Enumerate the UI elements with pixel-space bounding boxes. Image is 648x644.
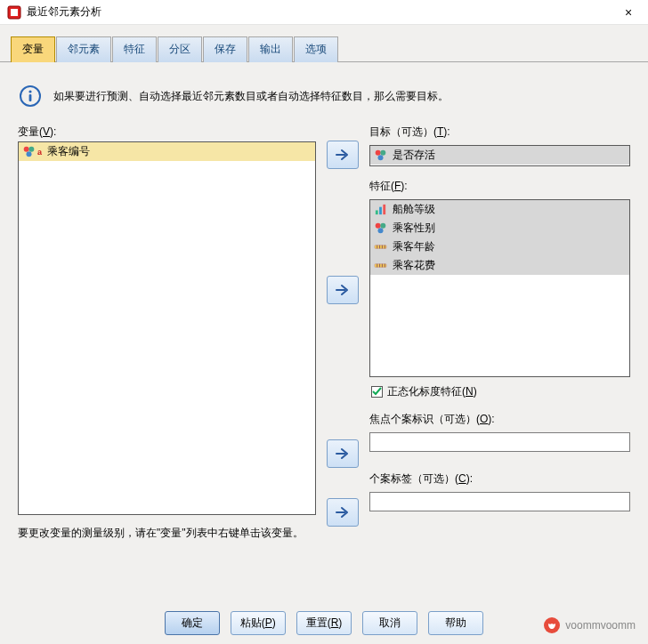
caselabel-label-post: ): — [466, 472, 473, 485]
variables-label: 变量(V): — [18, 125, 316, 140]
features-label: 特征(F): — [369, 179, 630, 194]
svg-point-16 — [378, 228, 384, 233]
normalize-label-pre: 正态化标度特征( — [387, 385, 466, 398]
list-item[interactable]: a 乘客编号 — [19, 142, 315, 161]
svg-point-9 — [380, 150, 385, 156]
move-to-features-button[interactable] — [327, 276, 359, 304]
paste-button-post: ) — [272, 616, 276, 629]
svg-point-15 — [380, 223, 385, 229]
watermark-icon — [544, 617, 560, 633]
variables-section: 变量(V): a 乘客编号 — [18, 125, 316, 515]
close-button[interactable]: × — [616, 4, 641, 21]
list-item-label: 乘客编号 — [47, 144, 90, 159]
list-item-label: 乘客花费 — [393, 258, 435, 273]
list-item-label: 乘客性别 — [393, 221, 435, 236]
focal-field[interactable] — [369, 432, 630, 452]
nominal-icon — [374, 149, 387, 162]
tab-options[interactable]: 选项 — [294, 36, 338, 62]
variables-label-pre: 变量( — [18, 125, 43, 138]
svg-rect-1 — [11, 9, 18, 16]
tab-partition[interactable]: 分区 — [158, 36, 202, 62]
normalize-checkbox-row[interactable]: 正态化标度特征(N) — [369, 384, 630, 399]
list-item[interactable]: 是否存活 — [370, 146, 629, 165]
tab-neighbors[interactable]: 邻元素 — [56, 36, 111, 62]
focal-label-pre: 焦点个案标识（可选）( — [369, 413, 480, 425]
target-label-post: ): — [443, 125, 450, 138]
scale-icon — [374, 259, 387, 272]
svg-point-14 — [376, 223, 381, 229]
caselabel-label-pre: 个案标签（可选）( — [369, 472, 458, 485]
paste-button[interactable]: 粘贴(P) — [231, 611, 286, 635]
svg-point-10 — [378, 155, 384, 160]
svg-point-3 — [28, 90, 31, 93]
features-label-post: ): — [401, 180, 407, 192]
list-item-label: 是否存活 — [393, 148, 435, 163]
tab-bar: 变量 邻元素 特征 分区 保存 输出 选项 — [0, 25, 648, 62]
measurement-hint: 要更改变量的测量级别，请在"变量"列表中右键单击该变量。 — [18, 525, 316, 541]
reset-button[interactable]: 重置(R) — [296, 611, 352, 635]
tab-content: 如果要进行预测、自动选择最近邻元素数目或者自动选择特征数目，那么需要目标。 变量… — [0, 62, 648, 546]
window-title: 最近邻元素分析 — [27, 4, 616, 20]
variables-listbox[interactable]: a 乘客编号 — [18, 141, 316, 515]
svg-rect-11 — [376, 210, 378, 214]
main-grid: 变量(V): a 乘客编号 — [18, 125, 630, 527]
title-bar: 最近邻元素分析 × — [0, 0, 648, 25]
variables-label-key: V — [43, 125, 50, 138]
svg-point-6 — [28, 147, 34, 152]
features-label-pre: 特征( — [369, 180, 394, 192]
svg-point-8 — [376, 150, 381, 156]
nominal-icon — [374, 221, 387, 235]
svg-rect-13 — [383, 205, 385, 214]
caselabel-label-key: C — [458, 472, 466, 485]
paste-button-key: P — [265, 616, 272, 629]
normalize-checkbox[interactable] — [371, 386, 383, 398]
tab-output[interactable]: 输出 — [248, 36, 293, 62]
reset-button-pre: 重置( — [306, 616, 331, 629]
normalize-label-key: N — [466, 385, 474, 398]
move-to-target-button[interactable] — [327, 141, 359, 169]
tab-save[interactable]: 保存 — [203, 36, 247, 62]
svg-rect-12 — [379, 207, 382, 214]
reset-button-post: ) — [338, 616, 342, 629]
scale-icon — [374, 240, 387, 254]
list-item[interactable]: 乘客年龄 — [370, 237, 629, 256]
cancel-button[interactable]: 取消 — [362, 611, 417, 635]
right-column: 目标（可选）(T): 是否存活 特征(F): — [369, 125, 630, 511]
list-item[interactable]: 船舱等级 — [370, 200, 629, 219]
normalize-label-post: ) — [474, 385, 477, 398]
move-to-focal-button[interactable] — [327, 439, 359, 468]
ok-button[interactable]: 确定 — [165, 611, 220, 635]
svg-point-7 — [27, 151, 32, 157]
watermark: voommvoomm — [544, 617, 636, 633]
features-listbox[interactable]: 船舱等级 乘客性别 乘客年龄 — [369, 199, 630, 377]
variables-label-post: ): — [50, 125, 56, 138]
help-button[interactable]: 帮助 — [428, 611, 483, 635]
svg-point-5 — [24, 147, 29, 152]
target-label-pre: 目标（可选）( — [369, 125, 437, 138]
move-buttons-column — [323, 125, 362, 527]
caselabel-field[interactable] — [369, 492, 630, 511]
dialog-body: 变量 邻元素 特征 分区 保存 输出 选项 如果要进行预测、自动选择最近邻元素数… — [0, 25, 648, 644]
info-row: 如果要进行预测、自动选择最近邻元素数目或者自动选择特征数目，那么需要目标。 — [18, 84, 630, 109]
normalize-label: 正态化标度特征(N) — [387, 384, 477, 399]
nominal-subicon: a — [37, 148, 42, 157]
target-label: 目标（可选）(T): — [369, 125, 630, 140]
svg-rect-4 — [29, 94, 32, 101]
tab-variables[interactable]: 变量 — [11, 36, 55, 62]
focal-label-post: ): — [488, 413, 494, 425]
app-icon — [7, 5, 21, 20]
focal-label: 焦点个案标识（可选）(O): — [369, 412, 630, 427]
list-item[interactable]: 乘客性别 — [370, 219, 629, 237]
info-icon — [18, 84, 43, 109]
nominal-icon — [22, 145, 36, 158]
tab-features[interactable]: 特征 — [112, 36, 157, 62]
target-listbox[interactable]: 是否存活 — [369, 145, 630, 166]
move-to-caselabel-button[interactable] — [327, 498, 359, 527]
paste-button-pre: 粘贴( — [240, 616, 265, 629]
ordinal-icon — [374, 203, 387, 216]
focal-label-key: O — [480, 413, 488, 425]
caselabel-label: 个案标签（可选）(C): — [369, 471, 630, 487]
list-item[interactable]: 乘客花费 — [370, 256, 629, 275]
info-text: 如果要进行预测、自动选择最近邻元素数目或者自动选择特征数目，那么需要目标。 — [53, 89, 449, 104]
list-item-label: 乘客年龄 — [393, 239, 435, 254]
